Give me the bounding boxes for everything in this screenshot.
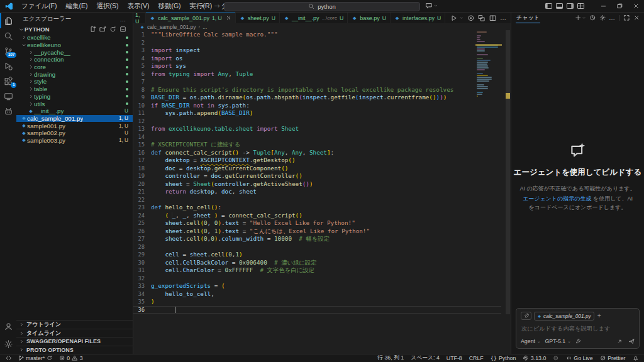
code-editor[interactable]: 1"""LibreOffice Calc sample macro."""23i… <box>133 30 511 354</box>
account-button[interactable] <box>0 320 16 332</box>
activity-run-debug[interactable] <box>0 58 16 74</box>
sidebar-section-0[interactable]: アウトライン <box>16 320 133 328</box>
interpreter-icon[interactable] <box>467 14 475 22</box>
code-line-9[interactable]: 9BASE_DIR = os.path.dirname(os.path.absp… <box>133 94 501 102</box>
remote-indicator[interactable] <box>6 355 12 361</box>
back-button[interactable]: ← <box>201 2 207 10</box>
toggle-secondary-sidebar-icon[interactable] <box>566 2 574 10</box>
tree-item-utils[interactable]: utils <box>16 100 133 107</box>
code-line-5[interactable]: 5import sys <box>133 62 501 70</box>
code-line-1[interactable]: 1"""LibreOffice Calc sample macro.""" <box>133 31 501 39</box>
activity-chat-bot[interactable] <box>0 104 16 119</box>
chat-panel-tab[interactable]: チャット <box>516 13 540 23</box>
sidebar-section-2[interactable]: SWAGGER/OPENAPI FILES <box>16 337 133 345</box>
history-icon[interactable] <box>589 14 596 21</box>
tree-item-excellikeuno[interactable]: excellikeuno <box>16 41 133 49</box>
tree-item-sample002.py[interactable]: ◆sample002.pyU <box>16 129 133 137</box>
code-line-30[interactable]: 30 cell.CellBackColor = 0x006400 # 濃い緑に設… <box>133 259 501 267</box>
code-line-13[interactable]: 13from excellikeuno.table.sheet import S… <box>133 125 501 133</box>
minimize-button[interactable] <box>595 0 611 12</box>
new-folder-icon[interactable] <box>99 26 106 33</box>
eol[interactable]: CRLF <box>469 355 484 361</box>
collapse-all-icon[interactable] <box>119 26 126 33</box>
code-line-24[interactable]: 24 ( _, _, sheet ) = connect_calc_script… <box>133 212 501 220</box>
code-line-23[interactable]: 23def hello_to_cell(): <box>133 204 501 212</box>
forward-button[interactable]: → <box>214 2 219 10</box>
tree-item-sample001.py[interactable]: ◆sample001.py1, U <box>16 122 133 129</box>
tree-item-core[interactable]: core <box>16 63 133 71</box>
code-line-17[interactable]: 17 desktop = XSCRIPTCONTEXT.getDesktop() <box>133 156 501 165</box>
close-tab-icon[interactable] <box>226 15 231 21</box>
tools-icon[interactable] <box>575 338 582 344</box>
add-context-button[interactable]: + <box>597 313 601 319</box>
close-panel-icon[interactable] <box>633 14 640 21</box>
code-line-29[interactable]: 29 cell = sheet.cell(0,1) <box>133 251 501 259</box>
chevron-down-icon[interactable] <box>459 16 464 20</box>
menu-item-1[interactable]: 編集(E) <box>61 1 92 12</box>
copilot-chat-button[interactable] <box>425 2 438 9</box>
code-line-35[interactable]: 35) <box>133 298 501 306</box>
scrollbar[interactable] <box>505 30 511 354</box>
chevron-down-icon[interactable] <box>582 16 586 20</box>
open-changes-icon[interactable] <box>478 14 486 22</box>
scrollbar-thumb[interactable] <box>506 30 510 314</box>
code-line-12[interactable]: 12 <box>133 118 501 126</box>
gear-icon[interactable] <box>599 14 606 21</box>
tab-base.py[interactable]: ◆base.pyU <box>348 13 391 23</box>
command-center-search[interactable]: python <box>224 2 420 11</box>
tab-interfaces.py[interactable]: ◆interfaces.pyU <box>391 13 445 23</box>
indentation[interactable]: スペース: 4 <box>411 354 440 362</box>
code-line-15[interactable]: 15# XSCRIPTCONTEXT に接続する <box>133 141 501 149</box>
context-chip[interactable]: ◆ calc_sample_001.py <box>534 312 594 321</box>
tab-calc_sample_001.py[interactable]: ◆calc_sample_001.py1, U <box>146 13 236 23</box>
activity-search[interactable] <box>0 28 16 43</box>
activity-source-control[interactable]: 107 <box>0 43 16 58</box>
run-icon[interactable] <box>450 14 458 22</box>
code-line-16[interactable]: 16def connect_calc_script() -> Tuple[Any… <box>133 149 501 157</box>
code-line-14[interactable]: 14 <box>133 133 501 141</box>
tree-item-excellike[interactable]: excellike <box>16 34 133 41</box>
tree-item-table[interactable]: table <box>16 85 133 93</box>
chat-input-placeholder[interactable]: 次にビルドする内容を説明します <box>521 325 634 333</box>
tree-item-typing[interactable]: typing <box>16 93 133 101</box>
code-line-6[interactable]: 6from typing import Any, Tuple <box>133 70 501 79</box>
code-line-32[interactable]: 32 <box>133 275 501 283</box>
code-line-33[interactable]: 33g_exportedScripts = ( <box>133 282 501 290</box>
mode-picker[interactable]: Agent <box>521 338 535 344</box>
open-in-editor-icon[interactable] <box>616 338 623 345</box>
tree-item-style[interactable]: style <box>16 78 133 85</box>
git-branch-status[interactable]: master* <box>18 355 53 361</box>
code-line-8[interactable]: 8# Ensure this script's directory is imp… <box>133 86 501 94</box>
problems-status[interactable]: 0 3 <box>59 355 83 361</box>
tree-item-sample003.py[interactable]: ◆sample003.py1, U <box>16 137 133 145</box>
code-line-31[interactable]: 31 cell.CharColor = 0xFFFFFF # 文字色を白に設定 <box>133 266 501 275</box>
code-line-22[interactable]: 22 <box>133 196 501 204</box>
tree-item-__pycache__[interactable]: __pycache__ <box>16 48 133 56</box>
code-line-7[interactable]: 7 <box>133 78 501 86</box>
code-line-19[interactable]: 19 controller = doc.getCurrentController… <box>133 172 501 180</box>
more-icon[interactable]: … <box>609 15 615 21</box>
python-interpreter[interactable]: 3.13.0 <box>523 355 546 361</box>
send-icon[interactable] <box>628 338 635 345</box>
expand-icon[interactable] <box>623 14 630 21</box>
code-line-11[interactable]: 11 sys.path.append(BASE_DIR) <box>133 109 501 118</box>
code-line-25[interactable]: 25 sheet.cell(0, 0).text = "Hello Excel … <box>133 219 501 228</box>
code-line-28[interactable]: 28 <box>133 243 501 251</box>
activity-explorer[interactable] <box>0 13 16 28</box>
activity-extensions[interactable]: 1 <box>0 74 16 89</box>
code-line-2[interactable]: 2 <box>133 39 501 47</box>
formatter-status[interactable] <box>553 355 559 361</box>
encoding[interactable]: UTF-8 <box>447 355 462 361</box>
menu-item-4[interactable]: 移動(G) <box>153 1 185 12</box>
tree-item-calc_sample_001.py[interactable]: ◆calc_sample_001.py1, U <box>16 115 133 123</box>
more-actions-icon[interactable]: … <box>500 15 506 21</box>
refresh-icon[interactable] <box>109 26 116 33</box>
tab-sheet.py[interactable]: ◆sheet.pyU <box>236 13 280 23</box>
attach-context-button[interactable] <box>521 312 531 320</box>
tree-item-connection[interactable]: connection <box>16 56 133 63</box>
tab-partial[interactable]: 1, U <box>133 13 146 23</box>
tree-item-__init__.py[interactable]: ◆__init__.pyU <box>16 107 133 115</box>
new-file-icon[interactable] <box>89 26 96 33</box>
code-line-27[interactable]: 27 sheet.cell(0,0).column_width = 10000 … <box>133 235 501 243</box>
code-line-18[interactable]: 18 doc = desktop.getCurrentComponent() <box>133 165 501 173</box>
